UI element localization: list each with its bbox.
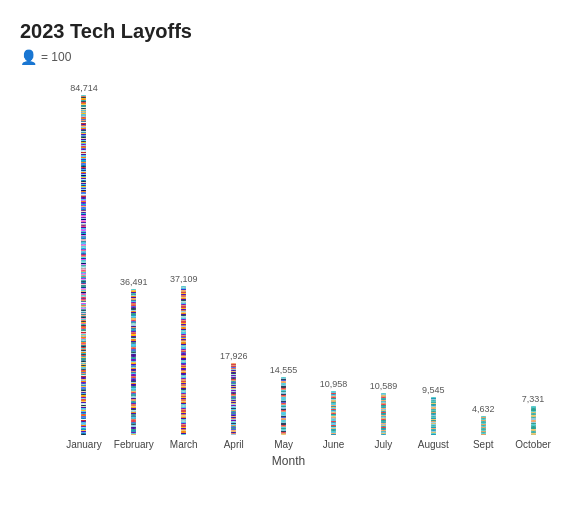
bar-group-march: 37,109 [160,274,208,435]
chart-title: 2023 Tech Layoffs [20,20,557,43]
bars-container: 84,71436,49137,10917,92614,55510,95810,5… [20,75,557,435]
bar-value-label: 14,555 [270,365,298,375]
bar-value-label: 36,491 [120,277,148,287]
bar-june [310,391,358,435]
x-label-january: January [60,439,108,450]
bar-group-february: 36,491 [110,277,158,435]
bar-october [509,406,557,435]
bar-cell [381,434,386,435]
bar-group-january: 84,714 [60,83,108,435]
bar-september [459,416,507,435]
x-label-may: May [260,439,308,450]
bar-group-june: 10,958 [310,379,358,435]
bar-february [110,289,158,435]
x-label-september: Sept [459,439,507,450]
bar-group-october: 7,331 [509,394,557,435]
bar-value-label: 7,331 [522,394,545,404]
bar-group-april: 17,926 [210,351,258,435]
x-label-october: October [509,439,557,450]
bar-april [210,363,258,435]
bar-group-may: 14,555 [260,365,308,435]
bar-value-label: 10,958 [320,379,348,389]
bar-cell [281,434,286,435]
bar-cell [531,434,536,435]
x-label-february: February [110,439,158,450]
x-label-august: August [409,439,457,450]
bar-value-label: 9,545 [422,385,445,395]
bar-may [260,377,308,435]
bar-value-label: 37,109 [170,274,198,284]
x-label-april: April [210,439,258,450]
bar-value-label: 10,589 [370,381,398,391]
x-labels: JanuaryFebruaryMarchAprilMayJuneJulyAugu… [20,439,557,450]
bar-january [60,95,108,435]
legend: 👤 = 100 [20,49,557,65]
chart-area: 84,71436,49137,10917,92614,55510,95810,5… [20,75,557,465]
bar-cell [481,434,486,435]
bar-group-july: 10,589 [359,381,407,435]
bar-august [409,397,457,435]
x-label-march: March [160,439,208,450]
bar-value-label: 17,926 [220,351,248,361]
legend-label: = 100 [41,50,71,64]
bar-july [359,393,407,435]
bar-value-label: 4,632 [472,404,495,414]
x-label-july: July [359,439,407,450]
bar-value-label: 84,714 [70,83,98,93]
bar-group-august: 9,545 [409,385,457,435]
x-label-june: June [310,439,358,450]
bar-march [160,286,208,435]
person-icon: 👤 [20,49,37,65]
bar-cell [331,434,336,435]
bar-group-september: 4,632 [459,404,507,435]
x-axis-title: Month [20,454,557,468]
